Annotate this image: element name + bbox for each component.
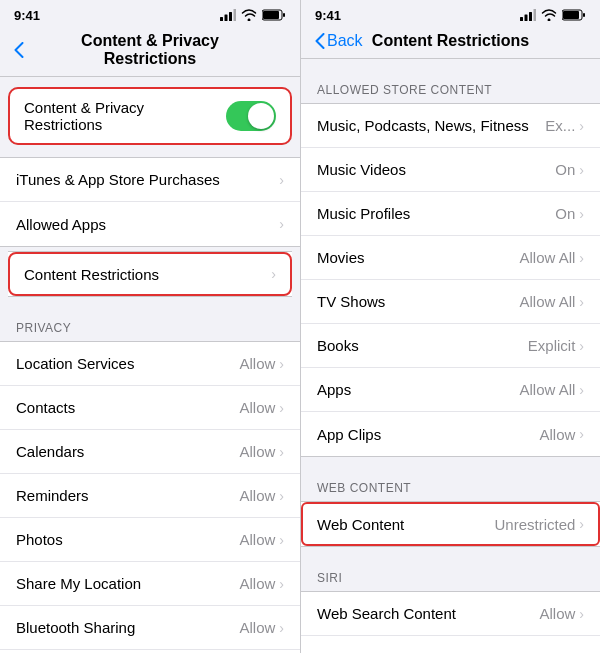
- calendars-chevron: ›: [279, 444, 284, 460]
- app-clips-row[interactable]: App Clips Allow ›: [301, 412, 600, 456]
- allowed-apps-row[interactable]: Allowed Apps ›: [0, 202, 300, 246]
- status-icons-left: [220, 9, 286, 21]
- signal-icon-right: [520, 9, 536, 21]
- privacy-toggle[interactable]: [226, 101, 276, 131]
- location-services-chevron: ›: [279, 356, 284, 372]
- itunes-label: iTunes & App Store Purchases: [16, 171, 279, 188]
- explicit-language-row[interactable]: Explicit Language Allow ›: [301, 636, 600, 653]
- reminders-row[interactable]: Reminders Allow ›: [0, 474, 300, 518]
- right-scroll[interactable]: ALLOWED STORE CONTENT Music, Podcasts, N…: [301, 59, 600, 653]
- tv-shows-chevron: ›: [579, 294, 584, 310]
- back-button-right[interactable]: Back: [315, 32, 365, 50]
- apps-label: Apps: [317, 381, 519, 398]
- contacts-value: Allow: [239, 399, 275, 416]
- privacy-body: Location Services Allow › Contacts Allow…: [0, 341, 300, 653]
- reminders-label: Reminders: [16, 487, 239, 504]
- status-icons-right: [520, 9, 586, 21]
- photos-row[interactable]: Photos Allow ›: [0, 518, 300, 562]
- nav-title-right: Content Restrictions: [365, 32, 536, 50]
- svg-rect-13: [583, 13, 585, 17]
- right-screen: 9:41 Back: [300, 0, 600, 653]
- books-chevron: ›: [579, 338, 584, 354]
- store-group: ALLOWED STORE CONTENT Music, Podcasts, N…: [301, 83, 600, 457]
- music-videos-value: On: [555, 161, 575, 178]
- itunes-chevron: ›: [279, 172, 284, 188]
- back-chevron-right: [315, 33, 325, 49]
- web-content-body: Web Content Unrestricted ›: [301, 501, 600, 547]
- music-podcasts-label: Music, Podcasts, News, Fitness: [317, 117, 545, 134]
- svg-rect-10: [534, 9, 537, 21]
- apps-row[interactable]: Apps Allow All ›: [301, 368, 600, 412]
- music-profiles-value: On: [555, 205, 575, 222]
- svg-rect-0: [220, 17, 223, 21]
- web-content-value: Unrestricted: [494, 516, 575, 533]
- music-videos-row[interactable]: Music Videos On ›: [301, 148, 600, 192]
- music-profiles-label: Music Profiles: [317, 205, 555, 222]
- content-restrictions-row[interactable]: Content Restrictions ›: [8, 252, 292, 296]
- music-videos-chevron: ›: [579, 162, 584, 178]
- siri-group: SIRI Web Search Content Allow › Explicit…: [301, 571, 600, 653]
- music-profiles-chevron: ›: [579, 206, 584, 222]
- left-scroll[interactable]: Content & Privacy Restrictions iTunes & …: [0, 77, 300, 653]
- photos-value: Allow: [239, 531, 275, 548]
- reminders-chevron: ›: [279, 488, 284, 504]
- status-bar-left: 9:41: [0, 0, 300, 28]
- bluetooth-value: Allow: [239, 619, 275, 636]
- photos-chevron: ›: [279, 532, 284, 548]
- share-location-value: Allow: [239, 575, 275, 592]
- back-button-left[interactable]: [14, 42, 64, 58]
- web-content-header: WEB CONTENT: [301, 481, 600, 501]
- books-value: Explicit: [528, 337, 576, 354]
- music-podcasts-value: Ex...: [545, 117, 575, 134]
- signal-icon: [220, 9, 236, 21]
- svg-rect-5: [263, 11, 279, 19]
- web-search-value: Allow: [539, 605, 575, 622]
- movies-chevron: ›: [579, 250, 584, 266]
- books-label: Books: [317, 337, 528, 354]
- nav-header-left: Content & Privacy Restrictions: [0, 28, 300, 77]
- explicit-language-value: Allow: [539, 650, 575, 654]
- itunes-row[interactable]: iTunes & App Store Purchases ›: [0, 158, 300, 202]
- books-row[interactable]: Books Explicit ›: [301, 324, 600, 368]
- left-screen: 9:41: [0, 0, 300, 653]
- contacts-chevron: ›: [279, 400, 284, 416]
- allowed-apps-label: Allowed Apps: [16, 216, 279, 233]
- privacy-header: PRIVACY: [0, 321, 300, 341]
- calendars-label: Calendars: [16, 443, 239, 460]
- allowed-apps-chevron: ›: [279, 216, 284, 232]
- bluetooth-row[interactable]: Bluetooth Sharing Allow ›: [0, 606, 300, 650]
- contacts-label: Contacts: [16, 399, 239, 416]
- web-content-row[interactable]: Web Content Unrestricted ›: [301, 502, 600, 546]
- svg-rect-3: [234, 9, 237, 21]
- apps-chevron: ›: [579, 382, 584, 398]
- bluetooth-chevron: ›: [279, 620, 284, 636]
- bluetooth-label: Bluetooth Sharing: [16, 619, 239, 636]
- content-restrictions-section: Content Restrictions ›: [8, 251, 292, 297]
- battery-icon-right: [562, 9, 586, 21]
- nav-title-left: Content & Privacy Restrictions: [64, 32, 236, 68]
- location-services-label: Location Services: [16, 355, 239, 372]
- tv-shows-row[interactable]: TV Shows Allow All ›: [301, 280, 600, 324]
- siri-header: SIRI: [301, 571, 600, 591]
- store-body: Music, Podcasts, News, Fitness Ex... › M…: [301, 103, 600, 457]
- toggle-section: Content & Privacy Restrictions: [8, 87, 292, 145]
- calendars-value: Allow: [239, 443, 275, 460]
- movies-row[interactable]: Movies Allow All ›: [301, 236, 600, 280]
- location-services-row[interactable]: Location Services Allow ›: [0, 342, 300, 386]
- svg-rect-12: [563, 11, 579, 19]
- battery-icon: [262, 9, 286, 21]
- contacts-row[interactable]: Contacts Allow ›: [0, 386, 300, 430]
- nav-header-right: Back Content Restrictions: [301, 28, 600, 59]
- movies-value: Allow All: [519, 249, 575, 266]
- music-podcasts-row[interactable]: Music, Podcasts, News, Fitness Ex... ›: [301, 104, 600, 148]
- back-label-right: Back: [327, 32, 363, 50]
- calendars-row[interactable]: Calendars Allow ›: [0, 430, 300, 474]
- music-profiles-row[interactable]: Music Profiles On ›: [301, 192, 600, 236]
- top-rows-group: iTunes & App Store Purchases › Allowed A…: [0, 157, 300, 247]
- wifi-icon: [241, 9, 257, 21]
- toggle-row[interactable]: Content & Privacy Restrictions: [8, 88, 292, 144]
- web-search-label: Web Search Content: [317, 605, 539, 622]
- content-restrictions-chevron: ›: [271, 266, 276, 282]
- share-location-row[interactable]: Share My Location Allow ›: [0, 562, 300, 606]
- web-search-row[interactable]: Web Search Content Allow ›: [301, 592, 600, 636]
